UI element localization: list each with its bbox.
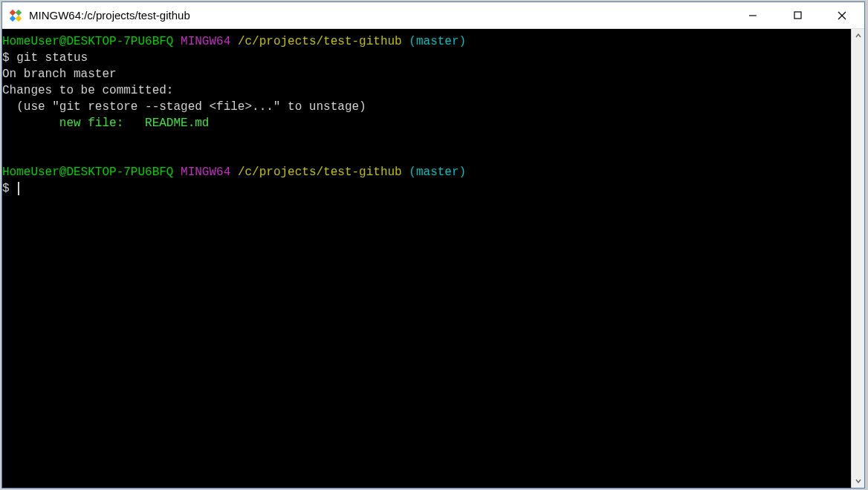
terminal[interactable]: HomeUser@DESKTOP-7PU6BFQ MINGW64 /c/proj… [2,29,851,488]
close-button[interactable] [820,2,864,28]
prompt-userhost: HomeUser@DESKTOP-7PU6BFQ [2,166,173,179]
output-line: (use "git restore --staged <file>..." to… [2,99,851,115]
maximize-button[interactable] [775,2,820,28]
window-controls [731,2,864,28]
prompt-path: /c/projects/test-github [238,35,402,48]
blank-line [2,148,851,164]
prompt-line: HomeUser@DESKTOP-7PU6BFQ MINGW64 /c/proj… [2,164,851,180]
cursor-icon [18,182,19,195]
staged-file: README.md [145,117,209,130]
staged-label: new file: [2,117,145,130]
svg-rect-3 [16,15,22,21]
scrollbar[interactable] [851,29,864,488]
svg-rect-1 [16,9,22,15]
prompt-branch: (master) [409,35,466,48]
scroll-track[interactable] [852,42,864,474]
output-line: Changes to be committed: [2,82,851,99]
window-title: MINGW64:/c/projects/test-github [29,9,731,22]
prompt-symbol: $ [2,182,16,195]
blank-line [2,131,851,148]
command-line: $ [2,180,851,197]
titlebar[interactable]: MINGW64:/c/projects/test-github [2,2,864,29]
minimize-button[interactable] [731,2,775,28]
prompt-path: /c/projects/test-github [238,166,402,179]
app-icon [8,8,23,23]
prompt-branch: (master) [409,166,466,179]
svg-rect-2 [10,15,16,21]
output-line: On branch master [2,66,851,82]
prompt-userhost: HomeUser@DESKTOP-7PU6BFQ [2,35,173,48]
command-line: $ git status [2,50,851,66]
svg-rect-0 [10,9,16,15]
scroll-down-icon[interactable] [852,474,864,488]
scroll-up-icon[interactable] [852,29,864,42]
prompt-env: MINGW64 [181,166,230,179]
prompt-line: HomeUser@DESKTOP-7PU6BFQ MINGW64 /c/proj… [2,33,851,50]
svg-rect-5 [794,12,801,19]
output-line: new file: README.md [2,115,851,131]
terminal-container: HomeUser@DESKTOP-7PU6BFQ MINGW64 /c/proj… [2,29,864,488]
app-window: MINGW64:/c/projects/test-github HomeUser… [1,1,865,489]
prompt-env: MINGW64 [181,35,230,48]
